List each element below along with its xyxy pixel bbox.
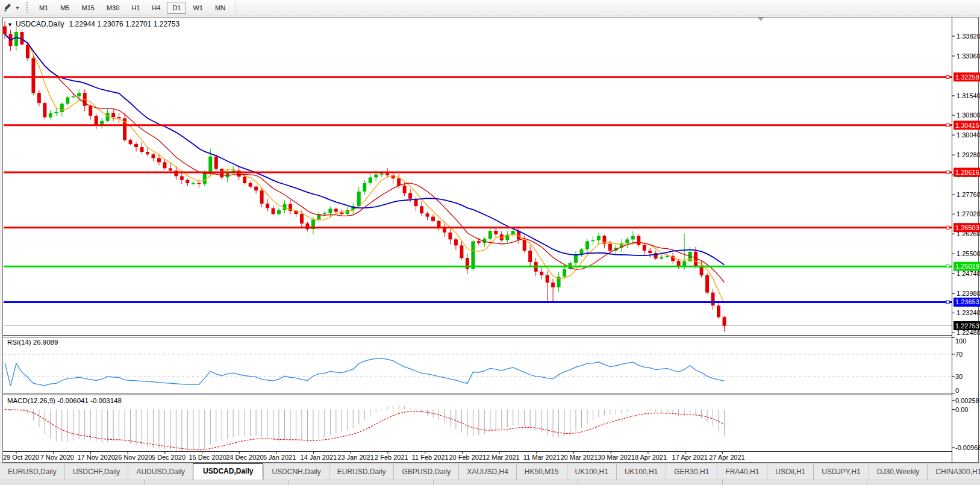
candle [511,230,515,237]
level-handle[interactable] [946,124,949,127]
level-price-label: 1.26503 [955,224,979,231]
date-label: 23 Jan 2021 [337,454,374,461]
candle [111,109,115,121]
candle [43,102,46,119]
candle [95,114,98,130]
date-label: 5 Jan 2021 [263,454,296,461]
candle [163,159,166,169]
candle [180,171,184,184]
candle [711,289,715,310]
candle [31,55,35,95]
price-tick: 1.29280 [957,151,980,158]
candle [620,239,623,252]
candle [426,212,429,221]
candle [643,243,646,255]
macd-panel [5,405,724,451]
level-handle[interactable] [946,75,949,78]
candle [431,214,435,222]
candle [37,90,41,107]
price-tick: 1.23240 [957,309,980,316]
candle [602,235,606,248]
date-label: 14 Jan 2021 [301,454,337,461]
indicator-axes: 100703000.002580.00-0.009687 [952,337,980,451]
macd-scale-tick: 0.00 [955,406,968,413]
ma-21-line [5,34,724,265]
level-handle[interactable] [946,301,949,304]
candle [682,233,686,269]
candle [83,89,87,111]
candle [505,231,509,243]
date-label: 11 Mar 2021 [523,454,560,461]
candle [277,208,281,216]
price-axis: 1.338201.330601.315401.308001.300401.292… [952,33,980,336]
price-tick: 1.27020 [957,210,980,217]
collapse-triangle-icon[interactable]: ▼ [7,22,13,28]
date-label: 30 Mar 2021 [598,454,635,461]
level-handle[interactable] [946,171,949,174]
candle [528,245,532,266]
date-label: 17 Nov 2020 [77,454,114,461]
candle [129,139,133,146]
candle [117,113,121,123]
candle [466,254,469,274]
candle [717,302,720,319]
candle [3,21,7,39]
date-label: 17 Apr 2021 [672,454,708,461]
candle [123,113,126,142]
candlestick-series [3,21,726,331]
chart-canvas: 1.338201.330601.315401.308001.300401.292… [0,0,980,485]
candle [357,187,361,207]
candle [283,200,287,213]
candle [100,118,104,128]
price-tick: 1.22480 [957,329,980,336]
price-tick: 1.25500 [957,250,980,257]
date-label: 20 Mar 2021 [561,454,598,461]
candle [254,186,258,193]
candle [186,178,189,186]
current-price-label: 1.22753 [955,322,979,330]
candle [454,237,458,249]
horizontal-levels [4,75,952,304]
candle [192,181,195,186]
candle [460,241,463,260]
price-tick: 1.24740 [957,270,980,277]
date-label: 5 Dec 2020 [152,454,186,461]
candle [648,248,652,257]
date-label: 2 Mar 2021 [486,454,520,461]
candle [551,279,555,302]
candle [517,226,520,244]
date-label: 29 Oct 2020 [3,454,39,461]
candle [705,273,709,295]
price-tick: 1.30040 [957,131,980,139]
rsi-scale-tick: 100 [955,337,966,345]
candle [392,173,395,183]
ma-5-line [5,34,724,304]
date-axis: 29 Oct 20207 Nov 202017 Nov 202026 Nov 2… [3,452,745,461]
candle [540,268,543,280]
candle [334,207,338,213]
candle [574,251,578,268]
price-tick: 1.33060 [957,52,980,60]
level-price-label: 1.30415 [955,122,979,129]
candle [579,248,583,257]
level-handle[interactable] [946,265,949,268]
level-price-label: 1.28616 [955,169,979,176]
chart-shift-marker-icon[interactable] [758,17,764,21]
date-label: 26 Nov 2020 [114,454,152,461]
candle [20,30,23,46]
date-label: 2 Feb 2021 [375,454,408,461]
candle [597,233,601,244]
panel-frames [3,17,952,463]
rsi-scale-tick: 70 [955,351,963,358]
candle [591,236,595,245]
price-tick: 1.30800 [957,111,980,119]
candle [546,271,549,301]
date-label: 15 Dec 2020 [189,454,226,461]
rsi-line [5,358,724,386]
candle [49,110,52,120]
candle [260,188,264,207]
candle [448,229,452,245]
candle [625,237,629,248]
price-tick: 1.23980 [957,290,980,297]
level-handle[interactable] [946,226,949,229]
